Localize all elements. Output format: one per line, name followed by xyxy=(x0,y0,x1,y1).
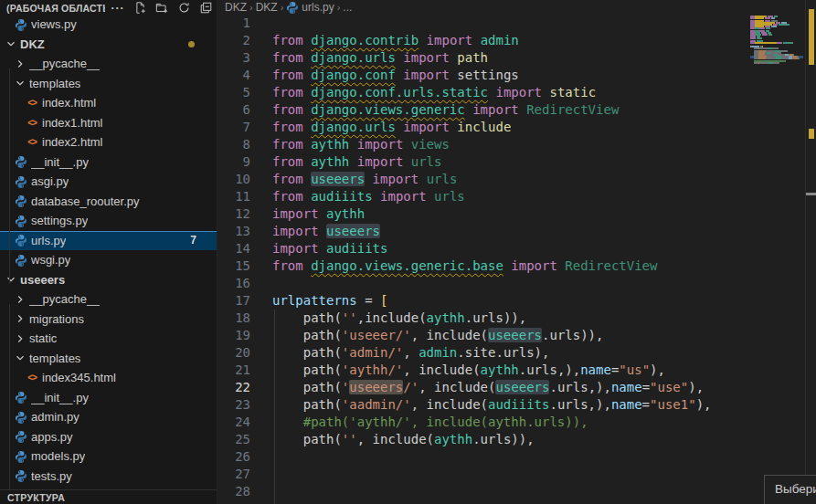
tree-item-label: apps.py xyxy=(31,430,73,444)
new-folder-icon[interactable] xyxy=(154,1,169,16)
cursor-marker xyxy=(806,193,816,195)
python-file-icon xyxy=(13,215,29,227)
code-line-1[interactable]: 1 xyxy=(217,15,750,32)
tree-item--pycache-[interactable]: __pycache__ xyxy=(0,54,217,74)
code-line-24[interactable]: 24 #path('aythh/', include(aythh.urls)), xyxy=(217,414,750,431)
code-line-8[interactable]: 8from aythh import views xyxy=(217,136,750,153)
problems-badge: 7 xyxy=(190,234,196,247)
code-line-22[interactable]: 22 path('useeers/', include(useeers.urls… xyxy=(217,379,750,396)
html-file-icon: <> xyxy=(24,373,40,383)
code-line-19[interactable]: 19 path('useeer/', include(useeers.urls)… xyxy=(217,327,750,344)
code-line-13[interactable]: 13import useeers xyxy=(217,223,750,240)
line-number: 6 xyxy=(217,101,250,119)
explorer-section-header[interactable]: (РАБОЧАЯ ОБЛАСТЬ) ... ··· xyxy=(0,0,217,15)
tree-item-admin-py[interactable]: admin.py xyxy=(0,407,217,427)
code-line-16[interactable]: 16 xyxy=(217,275,750,292)
code-line-6[interactable]: 6from django.views.generic import Redire… xyxy=(217,101,750,119)
code-line-7[interactable]: 7from django.urls import include xyxy=(217,119,750,136)
tree-item-apps-py[interactable]: apps.py xyxy=(0,427,217,447)
code-line-21[interactable]: 21 path('aythh/', include(aythh.urls,),n… xyxy=(217,362,750,379)
tree-item-label: static xyxy=(29,331,57,345)
code-line-2[interactable]: 2from django.contrib import admin xyxy=(217,32,750,49)
code-area[interactable]: 12from django.contrib import admin3from … xyxy=(217,15,750,500)
tree-item-tests-py[interactable]: tests.py xyxy=(0,467,217,487)
overview-ruler[interactable] xyxy=(806,0,816,504)
tree-item-label: __pycache__ xyxy=(29,57,100,70)
tree-item-label: tests.py xyxy=(31,469,72,483)
code-line-3[interactable]: 3from django.urls import path xyxy=(217,49,750,67)
tree-item-label: useeers xyxy=(20,273,65,287)
tree-item-label: wsgi.py xyxy=(31,253,70,267)
code-line-26[interactable]: 26 xyxy=(217,448,750,466)
tree-item-label: index2.html xyxy=(42,135,102,149)
code-line-23[interactable]: 23 path('aadmin/', include(audiiits.urls… xyxy=(217,396,750,414)
code-line-11[interactable]: 11from audiiits import urls xyxy=(217,188,750,205)
tree-item-database-roouter-py[interactable]: database_roouter.py xyxy=(0,192,217,212)
tree-item-index-html[interactable]: <>index.html xyxy=(0,93,217,113)
tree-item-index1-html[interactable]: <>index1.html xyxy=(0,113,217,133)
line-number: 2 xyxy=(217,32,250,49)
line-number: 27 xyxy=(217,466,250,483)
tree-item-index345-html[interactable]: <>index345.html xyxy=(0,368,217,388)
code-line-28[interactable]: 28 xyxy=(217,483,750,500)
tree-item-templates[interactable]: templates xyxy=(0,349,217,369)
tree-item-label: templates xyxy=(29,352,80,365)
tree-item-wsgi-py[interactable]: wsgi.py xyxy=(0,250,217,270)
editor-pane: DKZ›DKZ›urls.py›... 12from django.contri… xyxy=(217,0,816,504)
line-number: 14 xyxy=(217,240,250,257)
warning-marker xyxy=(809,129,814,139)
tree-item-index2-html[interactable]: <>index2.html xyxy=(0,132,217,152)
tree-item-label: __init__.py xyxy=(31,155,89,169)
tree-item--init-py[interactable]: __init__.py xyxy=(0,388,217,408)
tree-item--pycache-[interactable]: __pycache__ xyxy=(0,289,217,310)
code-line-18[interactable]: 18 path('',include(aythh.urls)), xyxy=(217,310,750,327)
tree-item-label: migrations xyxy=(29,312,84,326)
line-number: 24 xyxy=(217,414,250,431)
line-number: 15 xyxy=(217,257,250,275)
code-line-10[interactable]: 10from useeers import urls xyxy=(217,171,750,188)
collapse-all-icon[interactable] xyxy=(198,1,213,16)
tree-item-settings-py[interactable]: settings.py xyxy=(0,211,217,231)
tree-item-dkz[interactable]: DKZ xyxy=(0,35,217,55)
tree-item-label: __init__.py xyxy=(31,391,89,404)
breadcrumb-item[interactable]: urls.py xyxy=(286,1,334,14)
tree-item-urls-py[interactable]: urls.py7 xyxy=(0,231,217,251)
tree-item-static[interactable]: static xyxy=(0,329,217,349)
breadcrumb-separator-icon: › xyxy=(281,2,284,13)
code-line-12[interactable]: 12import aythh xyxy=(217,205,750,223)
breadcrumb-separator-icon: › xyxy=(249,2,253,13)
code-line-4[interactable]: 4from django.conf import settings xyxy=(217,67,750,84)
eol-tooltip: Выберите последовательность конца строки xyxy=(764,475,816,504)
tree-item--init-py[interactable]: __init__.py xyxy=(0,152,217,173)
python-file-icon xyxy=(13,155,29,168)
code-line-17[interactable]: 17urlpatterns = [ xyxy=(217,292,750,310)
code-line-15[interactable]: 15from django.views.generic.base import … xyxy=(217,257,750,275)
code-line-5[interactable]: 5from django.conf.urls.static import sta… xyxy=(217,84,750,101)
code-line-25[interactable]: 25 path('', include(aythh.urls)), xyxy=(217,431,750,448)
outline-section-header[interactable]: СТРУКТУРА xyxy=(0,489,217,504)
new-file-icon[interactable] xyxy=(132,1,147,16)
refresh-icon[interactable] xyxy=(176,1,191,16)
explorer-actions: ··· xyxy=(111,1,213,16)
breadcrumb-item[interactable]: DKZ xyxy=(225,1,247,14)
more-actions-icon[interactable]: ··· xyxy=(111,1,125,16)
warning-marker xyxy=(809,55,814,65)
tree-item-views-py[interactable]: views.py xyxy=(0,15,217,35)
breadcrumb-item[interactable]: ... xyxy=(343,1,352,14)
minimap[interactable] xyxy=(750,14,803,123)
tree-item-templates[interactable]: templates xyxy=(0,74,217,94)
html-file-icon: <> xyxy=(24,118,40,128)
breadcrumb-item[interactable]: DKZ xyxy=(256,1,278,14)
code-line-9[interactable]: 9from aythh import urls xyxy=(217,153,750,171)
tree-item-useeers[interactable]: useeers xyxy=(0,270,217,290)
tree-item-asgi-py[interactable]: asgi.py xyxy=(0,172,217,192)
code-line-27[interactable]: 27 xyxy=(217,466,750,483)
tree-item-models-py[interactable]: models.py xyxy=(0,446,217,467)
html-file-icon: <> xyxy=(24,98,40,108)
line-number: 19 xyxy=(217,327,250,344)
tree-item-migrations[interactable]: migrations xyxy=(0,310,217,330)
code-line-20[interactable]: 20 path('admin/', admin.site.urls), xyxy=(217,344,750,362)
tree-item-label: index1.html xyxy=(42,116,102,130)
line-number: 7 xyxy=(217,119,250,136)
code-line-14[interactable]: 14import audiiits xyxy=(217,240,750,257)
